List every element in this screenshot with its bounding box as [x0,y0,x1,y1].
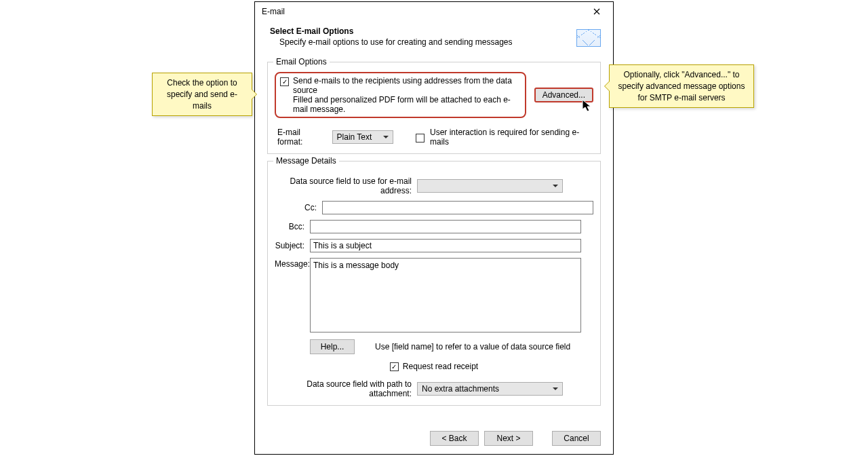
message-textarea[interactable] [310,258,581,332]
email-format-select[interactable]: Plain Text [332,130,393,144]
callout-right: Optionally, click "Advanced..." to speci… [609,64,754,108]
send-emails-sublabel: Filled and personalized PDF form will be… [280,95,521,114]
callout-left-text: Check the option to specify and send e-m… [167,78,237,111]
send-emails-label: Send e-mails to the recipients using add… [293,76,521,95]
data-field-select[interactable] [417,179,563,193]
bcc-input[interactable] [310,220,581,233]
header-title: Select E-mail Options [270,26,576,36]
subject-label: Subject: [275,241,310,250]
email-format-label: E-mail format: [277,128,327,147]
email-dialog: E-mail Select E-mail Options Specify e-m… [254,1,614,455]
dialog-header: Select E-mail Options Specify e-mail opt… [255,21,613,55]
callout-left: Check the option to specify and send e-m… [152,73,252,116]
header-subtitle: Specify e-mail options to use for creati… [270,37,576,47]
callout-right-text: Optionally, click "Advanced..." to speci… [618,70,745,102]
mail-icon [576,29,601,47]
user-interaction-label: User interaction is required for sending… [430,128,593,147]
user-interaction-checkbox[interactable] [416,134,425,142]
message-details-group: Message Details Data source field to use… [267,161,601,406]
subject-input[interactable] [310,239,581,252]
attachment-label: Data source field with path to attachmen… [275,379,417,398]
send-emails-checkbox[interactable] [280,77,289,86]
next-button[interactable]: Next > [484,431,533,446]
email-format-value: Plain Text [337,132,372,142]
message-details-title: Message Details [273,156,339,166]
cc-label: Cc: [287,203,322,212]
cancel-button[interactable]: Cancel [552,431,601,446]
help-button[interactable]: Help... [310,339,355,354]
bcc-label: Bcc: [275,222,310,231]
window-title: E-mail [262,7,586,16]
back-button[interactable]: < Back [430,431,479,446]
data-field-label: Data source field to use for e-mail addr… [275,176,417,195]
attachment-select[interactable]: No extra attachments [417,382,563,396]
send-option-highlight: Send e-mails to the recipients using add… [275,72,526,118]
attachment-value: No extra attachments [422,384,499,394]
read-receipt-checkbox[interactable] [390,362,399,371]
close-icon [593,8,600,15]
read-receipt-label: Request read receipt [403,362,478,371]
help-hint: Use [field name] to refer to a value of … [375,342,570,352]
cc-input[interactable] [322,201,593,214]
cursor-icon [582,99,594,113]
email-options-title: Email Options [273,57,330,66]
close-button[interactable] [586,3,608,20]
titlebar: E-mail [255,2,613,21]
dialog-footer: < Back Next > Cancel [255,424,613,454]
message-label: Message: [275,258,310,269]
email-options-group: Email Options Send e-mails to the recipi… [267,62,601,154]
